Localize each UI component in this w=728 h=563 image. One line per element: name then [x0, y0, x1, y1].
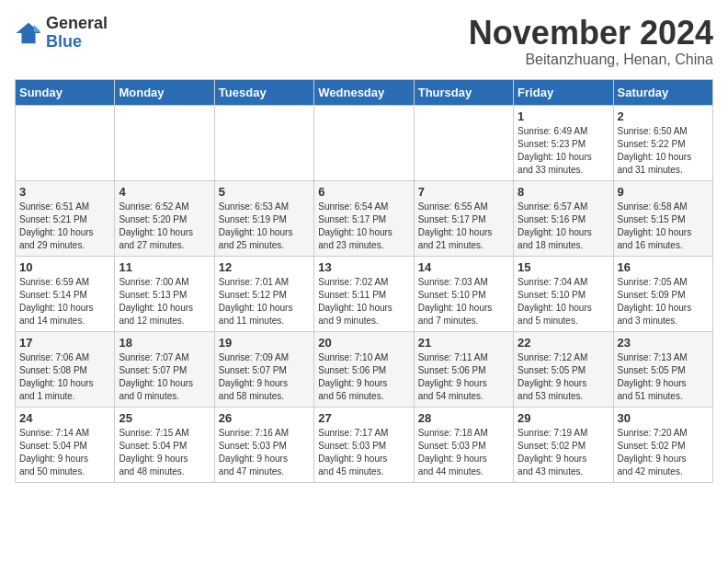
table-row: 4Sunrise: 6:52 AM Sunset: 5:20 PM Daylig…	[115, 180, 214, 256]
table-row: 6Sunrise: 6:54 AM Sunset: 5:17 PM Daylig…	[314, 180, 414, 256]
day-info: Sunrise: 7:00 AM Sunset: 5:13 PM Dayligh…	[119, 276, 210, 327]
day-info: Sunrise: 6:49 AM Sunset: 5:23 PM Dayligh…	[518, 125, 609, 177]
day-number: 28	[418, 411, 509, 425]
day-info: Sunrise: 6:57 AM Sunset: 5:16 PM Dayligh…	[518, 201, 609, 252]
day-number: 10	[19, 260, 110, 274]
day-number: 19	[219, 336, 310, 350]
day-number: 4	[119, 185, 210, 199]
table-row: 18Sunrise: 7:07 AM Sunset: 5:07 PM Dayli…	[115, 331, 214, 407]
weekday-header-row: Sunday Monday Tuesday Wednesday Thursday…	[16, 79, 713, 105]
header-friday: Friday	[514, 79, 613, 105]
day-info: Sunrise: 7:03 AM Sunset: 5:10 PM Dayligh…	[418, 276, 509, 327]
day-info: Sunrise: 7:06 AM Sunset: 5:08 PM Dayligh…	[19, 351, 110, 403]
day-number: 24	[19, 411, 110, 425]
table-row: 5Sunrise: 6:53 AM Sunset: 5:19 PM Daylig…	[214, 180, 313, 256]
day-info: Sunrise: 6:51 AM Sunset: 5:21 PM Dayligh…	[19, 201, 110, 252]
day-info: Sunrise: 7:01 AM Sunset: 5:12 PM Dayligh…	[219, 276, 310, 327]
day-number: 17	[19, 336, 110, 350]
table-row: 1Sunrise: 6:49 AM Sunset: 5:23 PM Daylig…	[514, 105, 613, 180]
header-monday: Monday	[115, 79, 214, 105]
day-info: Sunrise: 7:11 AM Sunset: 5:06 PM Dayligh…	[418, 351, 509, 403]
table-row: 27Sunrise: 7:17 AM Sunset: 5:03 PM Dayli…	[314, 407, 414, 482]
week-row-4: 24Sunrise: 7:14 AM Sunset: 5:04 PM Dayli…	[16, 407, 713, 482]
day-info: Sunrise: 6:55 AM Sunset: 5:17 PM Dayligh…	[418, 201, 509, 252]
day-info: Sunrise: 6:59 AM Sunset: 5:14 PM Dayligh…	[19, 276, 110, 327]
table-row: 13Sunrise: 7:02 AM Sunset: 5:11 PM Dayli…	[314, 256, 414, 331]
table-row: 20Sunrise: 7:10 AM Sunset: 5:06 PM Dayli…	[314, 331, 414, 407]
title-block: November 2024 Beitanzhuang, Henan, China	[469, 15, 713, 68]
day-info: Sunrise: 6:54 AM Sunset: 5:17 PM Dayligh…	[318, 201, 409, 252]
day-number: 6	[318, 185, 409, 199]
table-row: 2Sunrise: 6:50 AM Sunset: 5:22 PM Daylig…	[613, 105, 712, 180]
table-row: 21Sunrise: 7:11 AM Sunset: 5:06 PM Dayli…	[414, 331, 513, 407]
table-row: 28Sunrise: 7:18 AM Sunset: 5:03 PM Dayli…	[414, 407, 513, 482]
table-row	[314, 105, 414, 180]
day-number: 13	[318, 260, 409, 274]
table-row: 24Sunrise: 7:14 AM Sunset: 5:04 PM Dayli…	[16, 407, 115, 482]
table-row: 16Sunrise: 7:05 AM Sunset: 5:09 PM Dayli…	[613, 256, 712, 331]
logo: General Blue	[15, 15, 108, 52]
month-title: November 2024	[469, 15, 713, 52]
day-info: Sunrise: 6:58 AM Sunset: 5:15 PM Dayligh…	[618, 201, 709, 252]
table-row: 12Sunrise: 7:01 AM Sunset: 5:12 PM Dayli…	[214, 256, 313, 331]
day-number: 8	[518, 185, 609, 199]
table-row: 10Sunrise: 6:59 AM Sunset: 5:14 PM Dayli…	[16, 256, 115, 331]
table-row	[214, 105, 313, 180]
table-row: 25Sunrise: 7:15 AM Sunset: 5:04 PM Dayli…	[115, 407, 214, 482]
day-number: 1	[518, 109, 609, 123]
header-sunday: Sunday	[16, 79, 115, 105]
table-row: 14Sunrise: 7:03 AM Sunset: 5:10 PM Dayli…	[414, 256, 513, 331]
day-number: 18	[119, 336, 210, 350]
day-info: Sunrise: 7:04 AM Sunset: 5:10 PM Dayligh…	[518, 276, 609, 327]
day-number: 20	[318, 336, 409, 350]
day-number: 22	[518, 336, 609, 350]
table-row: 23Sunrise: 7:13 AM Sunset: 5:05 PM Dayli…	[613, 331, 712, 407]
header-tuesday: Tuesday	[214, 79, 313, 105]
table-row: 22Sunrise: 7:12 AM Sunset: 5:05 PM Dayli…	[514, 331, 613, 407]
day-info: Sunrise: 7:02 AM Sunset: 5:11 PM Dayligh…	[318, 276, 409, 327]
day-number: 14	[418, 260, 509, 274]
day-info: Sunrise: 7:16 AM Sunset: 5:03 PM Dayligh…	[219, 427, 310, 478]
logo-icon	[15, 19, 42, 47]
day-info: Sunrise: 6:52 AM Sunset: 5:20 PM Dayligh…	[119, 201, 210, 252]
day-number: 7	[418, 185, 509, 199]
day-number: 29	[518, 411, 609, 425]
table-row	[414, 105, 513, 180]
day-info: Sunrise: 7:14 AM Sunset: 5:04 PM Dayligh…	[19, 427, 110, 478]
day-number: 12	[219, 260, 310, 274]
day-info: Sunrise: 7:12 AM Sunset: 5:05 PM Dayligh…	[518, 351, 609, 403]
table-row: 11Sunrise: 7:00 AM Sunset: 5:13 PM Dayli…	[115, 256, 214, 331]
header-wednesday: Wednesday	[314, 79, 414, 105]
day-number: 15	[518, 260, 609, 274]
logo-blue-label: Blue	[46, 33, 108, 52]
day-info: Sunrise: 7:19 AM Sunset: 5:02 PM Dayligh…	[518, 427, 609, 478]
day-number: 16	[618, 260, 709, 274]
table-row: 9Sunrise: 6:58 AM Sunset: 5:15 PM Daylig…	[613, 180, 712, 256]
logo-general-label: General	[46, 15, 108, 33]
table-row: 3Sunrise: 6:51 AM Sunset: 5:21 PM Daylig…	[16, 180, 115, 256]
day-info: Sunrise: 7:18 AM Sunset: 5:03 PM Dayligh…	[418, 427, 509, 478]
week-row-0: 1Sunrise: 6:49 AM Sunset: 5:23 PM Daylig…	[16, 105, 713, 180]
day-info: Sunrise: 6:53 AM Sunset: 5:19 PM Dayligh…	[219, 201, 310, 252]
day-number: 2	[618, 109, 709, 123]
table-row: 8Sunrise: 6:57 AM Sunset: 5:16 PM Daylig…	[514, 180, 613, 256]
calendar-table: Sunday Monday Tuesday Wednesday Thursday…	[15, 79, 713, 483]
day-info: Sunrise: 7:15 AM Sunset: 5:04 PM Dayligh…	[119, 427, 210, 478]
week-row-3: 17Sunrise: 7:06 AM Sunset: 5:08 PM Dayli…	[16, 331, 713, 407]
day-info: Sunrise: 7:07 AM Sunset: 5:07 PM Dayligh…	[119, 351, 210, 403]
day-info: Sunrise: 7:17 AM Sunset: 5:03 PM Dayligh…	[318, 427, 409, 478]
week-row-2: 10Sunrise: 6:59 AM Sunset: 5:14 PM Dayli…	[16, 256, 713, 331]
location: Beitanzhuang, Henan, China	[469, 52, 713, 68]
day-info: Sunrise: 7:10 AM Sunset: 5:06 PM Dayligh…	[318, 351, 409, 403]
day-number: 27	[318, 411, 409, 425]
page-container: General Blue November 2024 Beitanzhuang,…	[0, 0, 728, 492]
day-number: 26	[219, 411, 310, 425]
table-row: 29Sunrise: 7:19 AM Sunset: 5:02 PM Dayli…	[514, 407, 613, 482]
week-row-1: 3Sunrise: 6:51 AM Sunset: 5:21 PM Daylig…	[16, 180, 713, 256]
logo-text: General Blue	[46, 15, 108, 52]
table-row: 30Sunrise: 7:20 AM Sunset: 5:02 PM Dayli…	[613, 407, 712, 482]
day-info: Sunrise: 7:09 AM Sunset: 5:07 PM Dayligh…	[219, 351, 310, 403]
day-number: 9	[618, 185, 709, 199]
svg-marker-0	[17, 23, 41, 44]
table-row: 17Sunrise: 7:06 AM Sunset: 5:08 PM Dayli…	[16, 331, 115, 407]
